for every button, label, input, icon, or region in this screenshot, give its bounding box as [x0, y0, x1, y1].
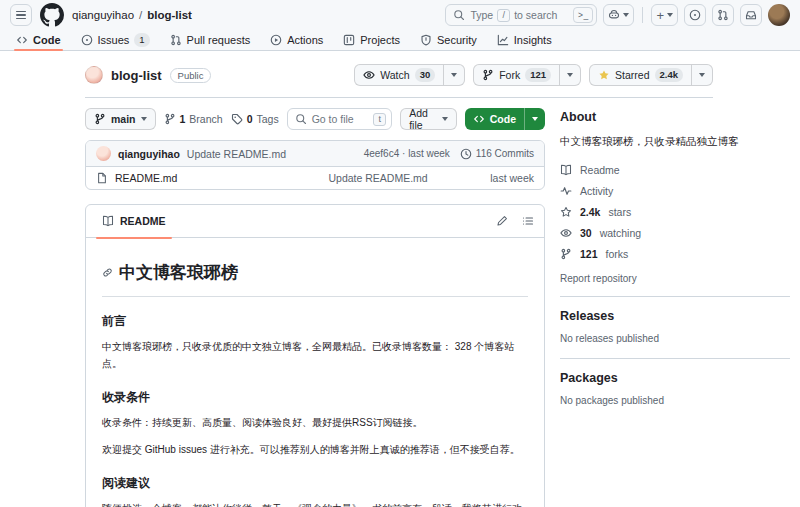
graph-icon: [497, 34, 509, 46]
breadcrumb: qianguyihao / blog-list: [72, 9, 192, 21]
branches-link[interactable]: 1 Branch: [164, 113, 223, 125]
git-branch-icon: [94, 113, 106, 125]
fork-dropdown[interactable]: [559, 65, 580, 85]
t-key-hint: t: [373, 113, 386, 126]
tab-security[interactable]: Security: [412, 29, 485, 50]
shield-icon: [420, 34, 432, 46]
notifications-button[interactable]: [740, 4, 762, 26]
packages-empty-text: No packages published: [560, 395, 790, 406]
search-icon: [453, 9, 465, 21]
sidebar-item-stars[interactable]: 2.4k stars: [560, 202, 790, 223]
releases-empty-text: No releases published: [560, 333, 790, 344]
packages-title[interactable]: Packages: [560, 371, 790, 385]
go-to-file-input[interactable]: Go to file t: [287, 108, 393, 130]
global-search-input[interactable]: Type / to search >_: [445, 4, 597, 26]
file-commit-message[interactable]: Update README.md: [273, 172, 483, 184]
command-palette-icon[interactable]: >_: [573, 7, 593, 23]
tab-label: Insights: [514, 34, 552, 46]
code-button-label: Code: [490, 113, 516, 125]
readme-tab[interactable]: README: [96, 205, 172, 238]
tab-code[interactable]: Code: [8, 29, 69, 50]
create-new-button[interactable]: +: [651, 4, 678, 26]
watch-button[interactable]: Watch 30: [354, 64, 465, 86]
eye-icon: [560, 227, 572, 239]
chevron-down-icon: [667, 13, 673, 17]
readme-tab-label: README: [120, 215, 166, 227]
user-avatar[interactable]: [768, 4, 790, 26]
tab-label: Pull requests: [187, 34, 251, 46]
copilot-button[interactable]: [603, 4, 634, 26]
sidebar-item-activity[interactable]: Activity: [560, 181, 790, 202]
tab-pull-requests[interactable]: Pull requests: [162, 29, 259, 50]
report-repository-link[interactable]: Report repository: [560, 273, 790, 284]
file-name[interactable]: README.md: [115, 172, 177, 184]
code-dropdown[interactable]: [524, 108, 545, 130]
history-clock-icon: [460, 148, 472, 160]
file-browser: qianguyihao Update README.md 4eef6c4 · l…: [85, 140, 545, 190]
chevron-down-icon: [141, 117, 147, 121]
tab-insights[interactable]: Insights: [489, 29, 560, 50]
file-row[interactable]: README.md Update README.md last week: [86, 167, 544, 189]
tab-projects[interactable]: Projects: [335, 29, 408, 50]
heading-preface: 前言: [102, 311, 528, 332]
github-logo-icon[interactable]: [40, 3, 64, 27]
breadcrumb-owner[interactable]: qianguyihao: [72, 9, 134, 21]
releases-title[interactable]: Releases: [560, 309, 790, 323]
search-icon: [295, 113, 307, 125]
visibility-badge: Public: [170, 68, 212, 83]
play-icon: [270, 34, 282, 46]
book-icon: [102, 215, 114, 227]
sidebar-item-label: forks: [606, 244, 629, 265]
chevron-down-icon: [699, 73, 705, 77]
repo-name[interactable]: blog-list: [111, 68, 162, 83]
chevron-down-icon: [623, 13, 629, 17]
fork-icon: [560, 248, 572, 260]
readme-title-text: 中文博客琅琊榜: [119, 258, 238, 288]
sidebar-item-watching[interactable]: 30 watching: [560, 223, 790, 244]
breadcrumb-repo[interactable]: blog-list: [147, 9, 192, 21]
commit-count: 116 Commits: [476, 148, 534, 159]
star-dropdown[interactable]: [691, 65, 712, 85]
repo-nav: Code Issues 1 Pull requests Actions Proj…: [0, 28, 800, 50]
copilot-icon: [608, 9, 620, 21]
tab-issues[interactable]: Issues 1: [73, 29, 158, 50]
star-button[interactable]: Starred 2.4k: [589, 64, 713, 86]
app-header: qianguyihao / blog-list Type / to search…: [0, 0, 800, 51]
sidebar-item-forks[interactable]: 121 forks: [560, 244, 790, 265]
heading-criteria: 收录条件: [102, 387, 528, 408]
book-icon: [560, 164, 572, 176]
hamburger-menu-button[interactable]: [10, 4, 32, 26]
tags-link[interactable]: 0 Tags: [231, 113, 279, 125]
commit-history-link[interactable]: 116 Commits: [460, 148, 534, 160]
commit-author-avatar[interactable]: [96, 146, 111, 161]
add-file-button[interactable]: Add file: [400, 108, 457, 130]
issues-dashboard-button[interactable]: [684, 4, 706, 26]
fork-button[interactable]: Fork 121: [473, 64, 581, 86]
sidebar-item-readme[interactable]: Readme: [560, 160, 790, 181]
go-to-file-placeholder: Go to file: [312, 113, 369, 125]
git-branch-icon: [164, 113, 176, 125]
watch-dropdown[interactable]: [443, 65, 464, 85]
readme-content: 中文博客琅琊榜 前言 中文博客琅琊榜，只收录优质的中文独立博客，全网最精品。已收…: [86, 238, 544, 507]
commit-author[interactable]: qianguyihao: [118, 148, 180, 160]
branch-selector-button[interactable]: main: [85, 108, 156, 130]
edit-pencil-icon[interactable]: [496, 215, 508, 227]
pull-requests-dashboard-button[interactable]: [712, 4, 734, 26]
issue-opened-icon: [689, 9, 701, 21]
commit-meta-separator: ·: [402, 148, 405, 159]
repo-avatar[interactable]: [85, 66, 103, 84]
plus-icon: +: [656, 9, 664, 22]
watch-label: Watch: [380, 69, 409, 81]
tab-actions[interactable]: Actions: [262, 29, 331, 50]
inbox-icon: [745, 9, 757, 21]
commit-meta[interactable]: 4eef6c4 · last week: [364, 148, 450, 159]
tab-label: Projects: [360, 34, 400, 46]
file-commit-time: last week: [490, 172, 534, 184]
outline-list-icon[interactable]: [522, 215, 534, 227]
chevron-down-icon: [442, 117, 448, 121]
commit-hash[interactable]: 4eef6c4: [364, 148, 400, 159]
chevron-down-icon: [451, 73, 457, 77]
code-download-button[interactable]: Code: [465, 108, 545, 130]
commit-message[interactable]: Update README.md: [187, 148, 286, 160]
link-anchor-icon[interactable]: [102, 267, 113, 278]
